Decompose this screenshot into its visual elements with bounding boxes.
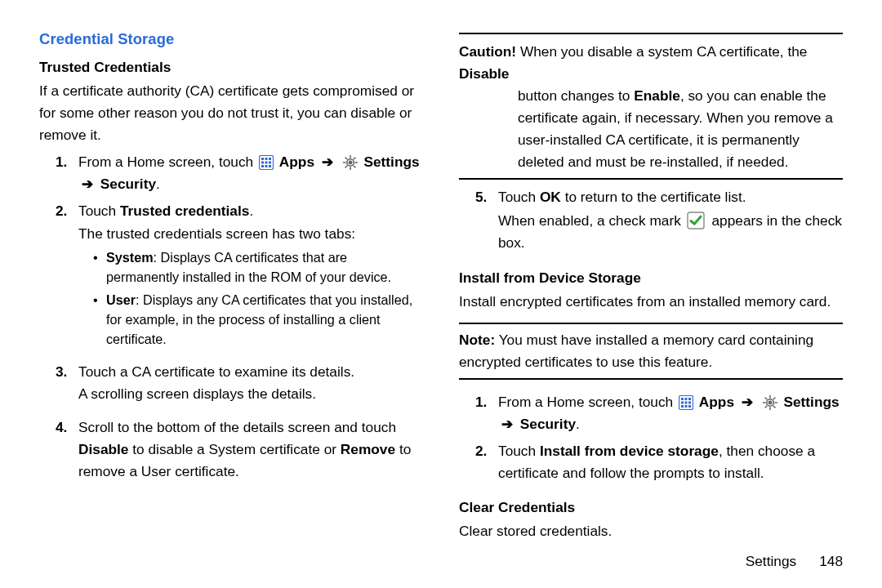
svg-rect-14 [681, 398, 684, 400]
checkmark-icon [687, 212, 705, 229]
svg-rect-22 [688, 405, 691, 408]
bullet-user: • User: Displays any CA certificates tha… [93, 291, 423, 350]
apps-grid-icon [259, 154, 274, 169]
svg-rect-20 [681, 405, 684, 408]
section-title: Credential Storage [39, 28, 423, 51]
footer-section: Settings [746, 553, 796, 569]
svg-point-11 [349, 161, 351, 163]
step-2: 2. Touch Trusted credentials. The truste… [56, 200, 423, 350]
svg-rect-6 [269, 161, 271, 163]
clear-text: Clear stored credentials. [459, 520, 843, 542]
install-heading: Install from Device Storage [459, 267, 843, 289]
clear-heading: Clear Credentials [459, 497, 843, 519]
svg-point-24 [768, 401, 771, 403]
svg-rect-9 [269, 165, 271, 167]
install-intro: Install encrypted certificates from an i… [459, 291, 843, 313]
trusted-steps: 1. From a Home screen, touch [39, 151, 423, 483]
note-rule-bottom [459, 378, 843, 380]
svg-rect-17 [681, 401, 684, 403]
footer-page-number: 148 [819, 553, 843, 569]
svg-rect-18 [684, 401, 687, 403]
svg-rect-16 [688, 398, 691, 400]
rule-bottom [459, 178, 843, 180]
manual-page: Credential Storage Trusted Credentials I… [0, 0, 882, 588]
settings-gear-icon [342, 154, 359, 171]
trusted-intro: If a certificate authority (CA) certific… [39, 80, 423, 146]
svg-rect-5 [265, 161, 267, 163]
svg-rect-15 [684, 398, 687, 400]
step-3: 3. Touch a CA certificate to examine its… [56, 361, 423, 405]
note-rule-top [459, 323, 843, 324]
svg-rect-3 [269, 158, 271, 160]
caution-block: Caution! When you disable a system CA ce… [459, 41, 843, 173]
right-column: Caution! When you disable a system CA ce… [459, 28, 843, 546]
settings-gear-icon [762, 394, 778, 411]
bullet-system: • System: Displays CA certificates that … [93, 248, 423, 287]
svg-rect-8 [265, 165, 267, 167]
svg-rect-19 [688, 401, 691, 403]
svg-rect-7 [261, 165, 264, 167]
install-step-1: 1. From a Home screen, touch [475, 391, 843, 435]
svg-rect-21 [684, 405, 687, 408]
svg-rect-4 [261, 161, 264, 163]
step-5: 5. Touch OK to return to the certificate… [475, 186, 843, 254]
svg-rect-2 [265, 158, 267, 160]
step-4: 4. Scroll to the bottom of the details s… [56, 416, 423, 483]
rule-top [459, 33, 843, 34]
step-1: 1. From a Home screen, touch [56, 151, 423, 195]
note-block: Note: You must have installed a memory c… [459, 329, 843, 373]
trusted-credentials-heading: Trusted Credentials [39, 56, 423, 78]
install-step-2: 2. Touch Install from device storage, th… [475, 440, 843, 484]
left-column: Credential Storage Trusted Credentials I… [39, 28, 423, 546]
svg-rect-1 [261, 158, 264, 160]
apps-grid-icon [679, 394, 693, 409]
page-footer: Settings148 [746, 553, 843, 570]
